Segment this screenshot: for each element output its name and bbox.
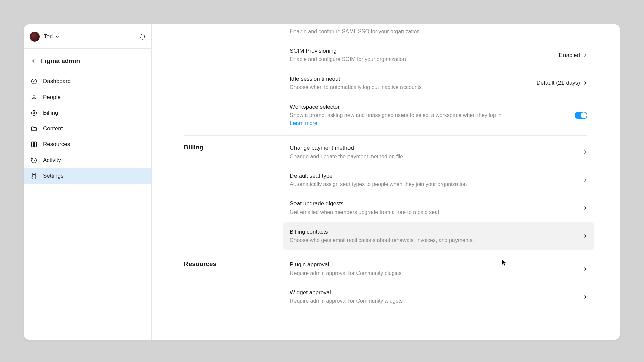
main-content: Enable and configure SAML SSO for your o…	[152, 24, 620, 340]
setting-row-widget-approval[interactable]: Widget approval Require admin approval f…	[283, 283, 594, 311]
nav-back-row: Figma admin	[24, 49, 151, 73]
sidebar-item-label: People	[43, 94, 61, 101]
chevron-right-icon	[583, 150, 587, 155]
setting-desc: Enable and configure SAML SSO for your o…	[290, 28, 587, 35]
bell-icon[interactable]	[139, 33, 146, 40]
setting-title: Seat upgrade digests	[290, 200, 583, 208]
sliders-icon	[30, 172, 38, 180]
chevron-right-icon	[583, 53, 587, 58]
setting-title: Idle session timeout	[290, 75, 537, 83]
dollar-icon	[30, 109, 38, 117]
setting-row-idle-timeout[interactable]: Idle session timeout Choose when to auto…	[283, 69, 594, 97]
setting-desc: Enable and configure SCIM for your organ…	[290, 56, 559, 63]
book-icon	[30, 141, 38, 148]
sidebar-item-label: Dashboard	[43, 78, 71, 85]
nav-list: Dashboard People Billing Content	[24, 73, 151, 184]
setting-title: Billing contacts	[290, 228, 583, 236]
chevron-right-icon	[583, 234, 587, 238]
chevron-right-icon	[583, 178, 587, 183]
sidebar-item-label: Billing	[43, 110, 58, 116]
setting-title: Default seat type	[290, 172, 583, 180]
sidebar-item-activity[interactable]: Activity	[24, 152, 151, 168]
setting-title: Workspace selector	[290, 103, 575, 111]
setting-row-billing-contacts[interactable]: Billing contacts Choose who gets email n…	[283, 222, 594, 250]
status-text: Default (21 days)	[537, 80, 580, 86]
sidebar-item-resources[interactable]: Resources	[24, 136, 151, 152]
setting-row-change-payment[interactable]: Change payment method Change and update …	[283, 143, 594, 166]
chevron-down-icon[interactable]	[55, 35, 59, 39]
chevron-right-icon	[583, 81, 587, 85]
settings-scroll[interactable]: Enable and configure SAML SSO for your o…	[152, 24, 620, 340]
setting-desc: Choose when to automatically log out ina…	[290, 84, 537, 91]
setting-row-workspace-selector[interactable]: Workspace selector Show a prompt asking …	[283, 97, 594, 133]
chevron-right-icon	[583, 267, 587, 272]
setting-row-plugin-approval[interactable]: Plugin approval Require admin approval f…	[283, 260, 594, 283]
setting-desc: Show a prompt asking new and unassigned …	[290, 112, 575, 119]
setting-desc: Get emailed when members upgrade from a …	[290, 208, 583, 216]
setting-desc: Automatically assign seat types to peopl…	[290, 181, 583, 188]
setting-title: Change payment method	[290, 144, 583, 152]
learn-more-link[interactable]: Learn more	[290, 120, 317, 127]
sidebar-item-content[interactable]: Content	[24, 121, 151, 136]
svg-point-1	[33, 95, 35, 97]
section-title-billing: Billing	[184, 144, 290, 151]
setting-row-seat-digests[interactable]: Seat upgrade digests Get emailed when me…	[283, 194, 594, 222]
sidebar-item-dashboard[interactable]: Dashboard	[24, 73, 151, 89]
chevron-right-icon	[583, 206, 587, 210]
setting-row-scim[interactable]: SCIM Provisioning Enable and configure S…	[283, 41, 594, 69]
sidebar-item-people[interactable]: People	[24, 89, 151, 105]
workspace-selector-toggle[interactable]	[575, 112, 587, 119]
person-icon	[30, 94, 38, 101]
sidebar-item-label: Content	[43, 125, 63, 132]
setting-desc: Require admin approval for Community plu…	[290, 269, 583, 277]
setting-title: Plugin approval	[290, 261, 583, 269]
sidebar-item-settings[interactable]: Settings	[24, 168, 151, 184]
dashboard-icon	[30, 78, 38, 85]
setting-title: Widget approval	[290, 289, 583, 297]
section-billing: Billing Change payment method Change and…	[184, 135, 587, 250]
setting-desc: Choose who gets email notifications abou…	[290, 237, 583, 244]
section-login: Enable and configure SAML SSO for your o…	[184, 24, 587, 133]
setting-desc: Require admin approval for Community wid…	[290, 297, 583, 305]
app-window: Tori Figma admin Dashboard	[24, 24, 620, 340]
sidebar: Tori Figma admin Dashboard	[24, 24, 152, 340]
setting-desc: Change and update the payment method on …	[290, 153, 583, 160]
back-button[interactable]	[28, 56, 38, 66]
user-name[interactable]: Tori	[44, 33, 53, 40]
setting-row-default-seat-type[interactable]: Default seat type Automatically assign s…	[283, 166, 594, 194]
status-text: Enabled	[559, 52, 580, 59]
admin-title: Figma admin	[41, 57, 80, 65]
avatar[interactable]	[30, 32, 40, 42]
chevron-left-icon	[31, 59, 36, 63]
folder-icon	[30, 125, 38, 132]
history-icon	[30, 157, 38, 164]
sidebar-item-billing[interactable]: Billing	[24, 105, 151, 121]
setting-status: Enabled	[559, 52, 587, 59]
section-title-resources: Resources	[184, 260, 290, 268]
section-resources: Resources Plugin approval Require admin …	[184, 252, 587, 311]
sidebar-item-label: Resources	[43, 141, 70, 148]
sidebar-header: Tori	[24, 24, 151, 49]
sidebar-item-label: Activity	[43, 157, 61, 164]
sidebar-item-label: Settings	[43, 173, 63, 179]
setting-title: SCIM Provisioning	[290, 47, 559, 55]
setting-row-saml[interactable]: Enable and configure SAML SSO for your o…	[283, 27, 594, 41]
setting-status: Default (21 days)	[537, 80, 587, 86]
chevron-right-icon	[583, 295, 587, 299]
